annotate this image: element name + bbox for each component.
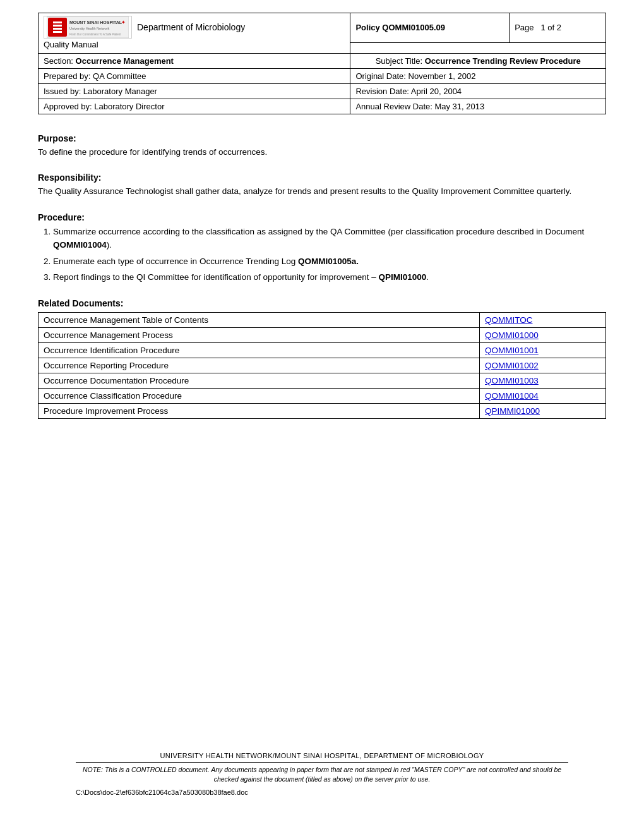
doc-description: Occurrence Reporting Procedure [39, 358, 480, 373]
svg-rect-1 [48, 18, 67, 37]
subject-label: Subject Title: [376, 56, 422, 66]
footer-divider [76, 762, 568, 763]
doc-description: Occurrence Identification Procedure [39, 342, 480, 358]
purpose-title: Purpose: [38, 133, 606, 143]
related-docs-title: Related Documents: [38, 298, 606, 308]
responsibility-section: Responsibility: The Quality Assurance Te… [38, 172, 606, 198]
doc-description: Occurrence Classification Procedure [39, 388, 480, 403]
table-row: Procedure Improvement ProcessQPIMMI01000 [39, 403, 606, 418]
step3-text-after: . [426, 272, 429, 282]
procedure-title: Procedure: [38, 212, 606, 222]
footer-path: C:\Docs\doc-2\ef636bfc21064c3a7a503080b3… [76, 789, 568, 796]
approved-by-cell: Approved by: Laboratory Director [39, 99, 350, 114]
procedure-section: Procedure: Summarize occurrence accordin… [38, 212, 606, 284]
doc-link[interactable]: QOMMI01003 [480, 373, 606, 388]
page-of: 1 of 2 [540, 23, 561, 32]
header-table: MOUNT SINAI HOSPITAL University Health N… [38, 13, 606, 114]
responsibility-text: The Quality Assurance Technologist shall… [38, 185, 606, 198]
footer-note-text: NOTE: This is a CONTROLLED document. Any… [83, 766, 561, 783]
purpose-section: Purpose: To define the procedure for ide… [38, 133, 606, 159]
step1-text-before: Summarize occurrence according to the cl… [53, 227, 584, 236]
department-label: Department of Microbiology [137, 22, 245, 32]
footer-main-text: UNIVERSITY HEALTH NETWORK/MOUNT SINAI HO… [76, 752, 568, 759]
table-row: Occurrence Management ProcessQOMMI01000 [39, 327, 606, 342]
page-label: Page [515, 23, 534, 32]
doc-link[interactable]: QOMMI01000 [480, 327, 606, 342]
doc-link[interactable]: QPIMMI01000 [480, 403, 606, 418]
related-docs-table: Occurrence Management Table of ContentsQ… [38, 312, 606, 419]
step1-bold: QOMMI01004 [53, 240, 107, 250]
purpose-text: To define the procedure for identifying … [38, 146, 606, 159]
svg-rect-2 [53, 21, 62, 23]
policy-number-cell: Policy QOMMI01005.09 [350, 13, 510, 43]
step2-bold: QOMMI01005a. [298, 257, 359, 266]
document-body: Purpose: To define the procedure for ide… [38, 127, 606, 439]
svg-rect-3 [53, 25, 62, 27]
related-docs-section: Related Documents: Occurrence Management… [38, 298, 606, 419]
svg-text:University Health Network: University Health Network [69, 27, 110, 30]
doc-description: Occurrence Documentation Procedure [39, 373, 480, 388]
list-item: Enumerate each type of occurrence in Occ… [53, 255, 606, 269]
doc-link[interactable]: QOMMI01001 [480, 342, 606, 358]
doc-description: Procedure Improvement Process [39, 403, 480, 418]
empty-header-cell [350, 42, 606, 53]
doc-link[interactable]: QOMMITOC [480, 312, 606, 327]
annual-review-cell: Annual Review Date: May 31, 2013 [350, 99, 606, 114]
prepared-by-cell: Prepared by: QA Committee [39, 69, 350, 84]
page-cell: Page 1 of 2 [510, 13, 606, 43]
svg-text:From Our Commitment To A Safe : From Our Commitment To A Safe Patient [69, 33, 121, 36]
list-item: Summarize occurrence according to the cl… [53, 225, 606, 252]
step1-text-after: ). [107, 240, 112, 250]
svg-text:MOUNT SINAI HOSPITAL: MOUNT SINAI HOSPITAL [69, 20, 122, 25]
footer-area: UNIVERSITY HEALTH NETWORK/MOUNT SINAI HO… [76, 752, 568, 797]
hospital-logo: MOUNT SINAI HOSPITAL University Health N… [44, 16, 132, 39]
doc-description: Occurrence Management Table of Contents [39, 312, 480, 327]
page-wrapper: MOUNT SINAI HOSPITAL University Health N… [38, 13, 606, 821]
doc-description: Occurrence Management Process [39, 327, 480, 342]
step2-text-before: Enumerate each type of occurrence in Occ… [53, 257, 298, 266]
doc-link[interactable]: QOMMI01002 [480, 358, 606, 373]
subject-value: Occurrence Trending Review Procedure [425, 56, 581, 66]
logo-dept-cell: MOUNT SINAI HOSPITAL University Health N… [39, 13, 350, 54]
list-item: Report findings to the QI Committee for … [53, 270, 606, 284]
step3-text-before: Report findings to the QI Committee for … [53, 272, 379, 282]
table-row: Occurrence Reporting ProcedureQOMMI01002 [39, 358, 606, 373]
table-row: Occurrence Classification ProcedureQOMMI… [39, 388, 606, 403]
svg-rect-4 [53, 28, 62, 30]
issued-by-cell: Issued by: Laboratory Manager [39, 84, 350, 99]
section-cell: Section: Occurrence Management [39, 54, 350, 69]
original-date-cell: Original Date: November 1, 2002 [350, 69, 606, 84]
svg-text:✦: ✦ [121, 20, 126, 25]
svg-rect-5 [53, 31, 62, 33]
table-row: Occurrence Documentation ProcedureQOMMI0… [39, 373, 606, 388]
responsibility-title: Responsibility: [38, 172, 606, 183]
section-label: Section: [44, 56, 73, 66]
subject-cell: Subject Title: Occurrence Trending Revie… [350, 54, 606, 69]
section-value: Occurrence Management [76, 56, 174, 66]
table-row: Occurrence Identification ProcedureQOMMI… [39, 342, 606, 358]
quality-manual-label: Quality Manual [44, 39, 345, 51]
step3-bold: QPIMI01000 [379, 272, 427, 282]
revision-date-cell: Revision Date: April 20, 2004 [350, 84, 606, 99]
table-row: Occurrence Management Table of ContentsQ… [39, 312, 606, 327]
footer-note: NOTE: This is a CONTROLLED document. Any… [76, 765, 568, 785]
procedure-list: Summarize occurrence according to the cl… [53, 225, 606, 284]
doc-link[interactable]: QOMMI01004 [480, 388, 606, 403]
